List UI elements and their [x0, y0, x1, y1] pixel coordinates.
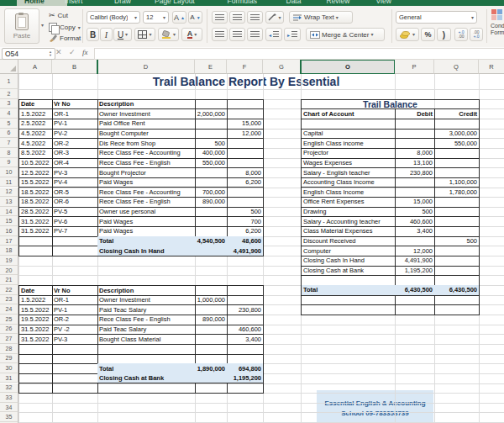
row-header-32[interactable]: 32 [0, 383, 18, 394]
enter-icon[interactable]: ✓ [69, 48, 76, 56]
row-header-11[interactable]: 11 [0, 177, 18, 188]
decrease-indent-button[interactable]: ◂ [265, 28, 282, 41]
row-header-5[interactable]: 5 [0, 119, 18, 129]
column-header-O[interactable]: O [301, 60, 395, 74]
paste-button[interactable]: Paste [4, 8, 39, 44]
align-bottom-button[interactable] [247, 11, 263, 24]
row-header-10[interactable]: 10 [0, 167, 18, 177]
row-header-27[interactable]: 27 [0, 334, 18, 344]
borders-button[interactable]: ▾ [134, 28, 155, 41]
merge-center-button[interactable]: Merge & Center ▾ [306, 28, 385, 41]
column-header-G[interactable]: G [263, 60, 301, 74]
cell-F32[interactable] [227, 383, 264, 394]
grow-font-button[interactable]: A▲ [172, 11, 186, 24]
row-header-22[interactable]: 22 [0, 285, 18, 295]
cell-A18[interactable] [18, 246, 53, 256]
format-painter-button[interactable]: Format [49, 34, 81, 42]
row-header-7[interactable]: 7 [0, 138, 18, 148]
row-header-19[interactable]: 19 [0, 256, 18, 266]
cell-Q24[interactable] [434, 304, 480, 315]
column-header-B[interactable]: B [52, 60, 97, 74]
name-box[interactable]: O54 ▲▼ [2, 48, 55, 60]
cell-E32[interactable] [195, 383, 228, 394]
paste-caret-icon[interactable]: ▾ [41, 23, 44, 28]
cut-button[interactable]: ✂ Cut [49, 11, 68, 19]
accounting-format-button[interactable]: ▾ [396, 28, 419, 41]
formula-input[interactable] [94, 48, 504, 60]
row-header-29[interactable]: 29 [0, 354, 18, 364]
cell-A32[interactable] [18, 383, 53, 394]
copy-button[interactable]: Copy ▾ [49, 23, 81, 32]
row-header-17[interactable]: 17 [0, 236, 18, 246]
align-middle-button[interactable] [229, 11, 245, 24]
align-center-button[interactable] [229, 28, 245, 41]
align-right-button[interactable] [247, 28, 263, 41]
row-header-24[interactable]: 24 [0, 304, 18, 315]
conditional-formatting-button[interactable]: Cond Form [491, 9, 504, 36]
column-header-F[interactable]: F [227, 60, 263, 74]
bold-button[interactable]: B [87, 28, 99, 41]
cell-D18[interactable]: Closing Cash In Hand [97, 246, 196, 256]
column-header-Q[interactable]: Q [434, 60, 479, 74]
row-header-1[interactable]: 1 [0, 74, 18, 89]
align-top-button[interactable] [212, 11, 228, 24]
row-header-8[interactable]: 8 [0, 148, 18, 158]
increase-indent-button[interactable]: ▸ [284, 28, 301, 41]
row-header-30[interactable]: 30 [0, 363, 18, 373]
row-header-12[interactable]: 12 [0, 188, 18, 198]
cell-E18[interactable] [195, 246, 228, 256]
row-header-13[interactable]: 13 [0, 197, 18, 207]
name-box-stepper-icon[interactable]: ▲▼ [49, 50, 52, 57]
row-header-25[interactable]: 25 [0, 315, 18, 325]
row-header-35[interactable]: 35 [0, 412, 18, 422]
text-orientation-button[interactable]: ▾ [265, 11, 284, 24]
cell-F18[interactable]: 4,491,900 [227, 246, 264, 256]
row-header-33[interactable]: 33 [0, 393, 18, 403]
row-header-23[interactable]: 23 [0, 295, 18, 305]
column-header-A[interactable]: A [18, 60, 52, 74]
percent-style-button[interactable]: % [421, 28, 435, 41]
ribbon-tab-page-layout[interactable]: Page Layout [147, 0, 230, 6]
cell-B32[interactable] [52, 383, 98, 394]
ribbon-tab-view[interactable]: View [369, 0, 419, 6]
shrink-font-button[interactable]: A▼ [188, 11, 202, 24]
align-left-button[interactable] [212, 28, 228, 41]
font-name-select[interactable]: Calibri (Body) ▾ [87, 11, 140, 24]
row-header-6[interactable]: 6 [0, 129, 18, 139]
number-format-select[interactable]: General ▾ [396, 11, 477, 24]
cancel-icon[interactable]: ✕ [55, 48, 62, 56]
cell-O24[interactable] [301, 304, 396, 315]
column-header-R[interactable]: R [479, 60, 504, 74]
row-header-34[interactable]: 34 [0, 403, 18, 413]
comma-style-button[interactable]: ) [437, 28, 451, 41]
row-header-9[interactable]: 9 [0, 158, 18, 168]
row-header-18[interactable]: 18 [0, 246, 18, 256]
row-header-2[interactable]: 2 [0, 89, 18, 99]
column-header-P[interactable]: P [395, 60, 434, 74]
decrease-decimal-button[interactable]: .00 +.0 [470, 28, 483, 41]
fill-color-button[interactable]: ▾ [158, 28, 179, 41]
increase-decimal-button[interactable]: +.0 .00 [454, 28, 468, 41]
underline-button[interactable]: U▾ [113, 28, 132, 41]
cell-B18[interactable] [52, 246, 98, 256]
column-header-E[interactable]: E [195, 60, 227, 74]
row-header-28[interactable]: 28 [0, 344, 18, 354]
fx-icon[interactable]: fx [82, 48, 88, 56]
font-color-button[interactable]: A ▾ [181, 28, 202, 41]
cell-P24[interactable] [395, 304, 435, 315]
column-header-D[interactable]: D [97, 60, 195, 74]
wrap-text-button[interactable]: Wrap Text ▾ [289, 11, 353, 24]
row-header-26[interactable]: 26 [0, 325, 18, 335]
select-all-corner[interactable] [0, 60, 18, 74]
row-header-3[interactable]: 3 [0, 99, 18, 109]
row-header-16[interactable]: 16 [0, 226, 18, 236]
font-size-select[interactable]: 12 ▾ [143, 11, 169, 24]
italic-button[interactable]: I [100, 28, 113, 41]
row-header-4[interactable]: 4 [0, 108, 18, 119]
row-header-21[interactable]: 21 [0, 275, 18, 285]
row-header-20[interactable]: 20 [0, 266, 18, 276]
cell-D32[interactable] [97, 383, 196, 394]
row-header-15[interactable]: 15 [0, 216, 18, 226]
row-header-31[interactable]: 31 [0, 373, 18, 383]
row-header-14[interactable]: 14 [0, 207, 18, 217]
